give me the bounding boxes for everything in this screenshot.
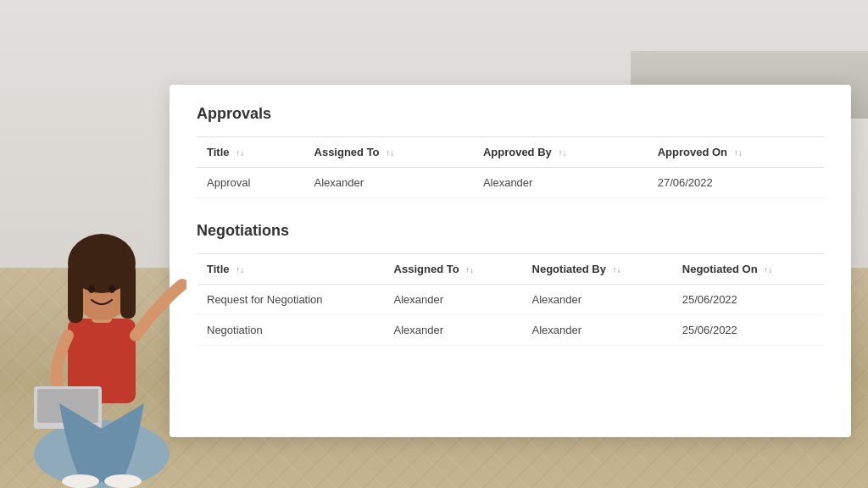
- neg-row2-title: Negotiation: [197, 315, 384, 346]
- neg-sort-icon-title[interactable]: ↑↓: [236, 265, 244, 274]
- neg-sort-icon-negotiated-on[interactable]: ↑↓: [764, 265, 772, 274]
- svg-point-12: [104, 474, 142, 488]
- main-panel: Approvals Title ↑↓ Assigned To ↑↓ Approv…: [170, 85, 851, 437]
- person-image: [17, 166, 186, 488]
- svg-point-8: [108, 285, 115, 293]
- neg-row1-negotiated-on: 25/06/2022: [672, 285, 824, 315]
- neg-row2-negotiated-on: 25/06/2022: [672, 315, 824, 346]
- sort-icon-assigned[interactable]: ↑↓: [386, 148, 394, 158]
- negotiations-title: Negotiations: [197, 222, 824, 240]
- negotiations-col-negotiated-by[interactable]: Negotiated By ↑↓: [522, 254, 672, 285]
- approvals-section: Approvals Title ↑↓ Assigned To ↑↓ Approv…: [197, 105, 824, 198]
- table-row: Negotiation Alexander Alexander 25/06/20…: [197, 315, 824, 346]
- negotiations-col-negotiated-on[interactable]: Negotiated On ↑↓: [672, 254, 824, 285]
- approval-row-assigned-to: Alexander: [304, 168, 473, 198]
- approval-row-approved-by: Alexander: [473, 168, 648, 198]
- neg-sort-icon-assigned[interactable]: ↑↓: [465, 265, 474, 274]
- neg-row2-assigned-to: Alexander: [384, 315, 522, 346]
- neg-row1-negotiated-by: Alexander: [522, 285, 672, 315]
- approvals-col-assigned-to[interactable]: Assigned To ↑↓: [304, 137, 473, 168]
- approvals-col-title[interactable]: Title ↑↓: [197, 137, 304, 168]
- approval-row-title: Approval: [197, 168, 304, 198]
- neg-row1-title: Request for Negotiation: [197, 285, 384, 315]
- approvals-col-approved-by[interactable]: Approved By ↑↓: [473, 137, 648, 168]
- neg-row2-negotiated-by: Alexander: [522, 315, 672, 346]
- sort-icon-approved-by[interactable]: ↑↓: [558, 148, 566, 158]
- svg-rect-6: [120, 263, 136, 319]
- negotiations-col-assigned-to[interactable]: Assigned To ↑↓: [384, 254, 522, 285]
- sort-icon-title[interactable]: ↑↓: [236, 148, 244, 158]
- negotiations-header-row: Title ↑↓ Assigned To ↑↓ Negotiated By ↑↓…: [197, 254, 824, 285]
- approvals-table: Title ↑↓ Assigned To ↑↓ Approved By ↑↓ A…: [197, 136, 824, 198]
- neg-row1-assigned-to: Alexander: [384, 285, 522, 315]
- negotiations-col-title[interactable]: Title ↑↓: [197, 254, 384, 285]
- approval-row-approved-on: 27/06/2022: [648, 168, 824, 198]
- table-row: Request for Negotiation Alexander Alexan…: [197, 285, 824, 315]
- svg-point-11: [62, 474, 99, 488]
- svg-rect-5: [68, 263, 83, 323]
- approvals-col-approved-on[interactable]: Approved On ↑↓: [648, 137, 824, 168]
- negotiations-table: Title ↑↓ Assigned To ↑↓ Negotiated By ↑↓…: [197, 253, 824, 346]
- sort-icon-approved-on[interactable]: ↑↓: [734, 148, 743, 158]
- neg-sort-icon-negotiated-by[interactable]: ↑↓: [613, 265, 621, 274]
- approvals-header-row: Title ↑↓ Assigned To ↑↓ Approved By ↑↓ A…: [197, 137, 824, 168]
- table-row: Approval Alexander Alexander 27/06/2022: [197, 168, 824, 198]
- negotiations-section: Negotiations Title ↑↓ Assigned To ↑↓ Neg…: [197, 222, 824, 346]
- svg-point-7: [88, 285, 95, 293]
- approvals-title: Approvals: [197, 105, 824, 123]
